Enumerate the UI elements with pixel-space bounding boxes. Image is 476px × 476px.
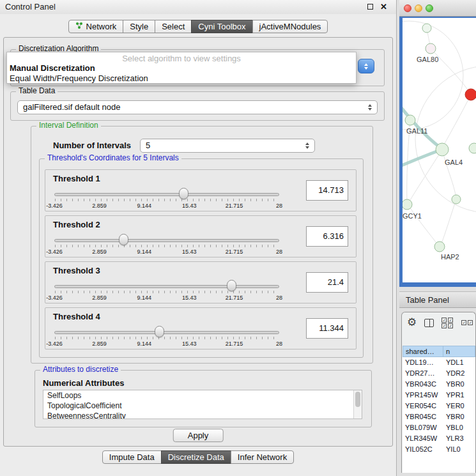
threshold-slider[interactable]: -3.4262.8599.14415.4321.71528 xyxy=(54,187,279,211)
slider-thumb[interactable] xyxy=(227,280,236,291)
list-scrollbar-thumb[interactable] xyxy=(355,392,360,407)
slider-tick-label: 21.715 xyxy=(226,203,243,209)
table-row[interactable]: YBL079WYBL0 xyxy=(403,422,475,433)
slider-tick-label: 9.144 xyxy=(137,341,152,347)
tab-discretize-data[interactable]: Discretize Data xyxy=(161,450,231,464)
tab-label: Select xyxy=(162,22,185,31)
table-column-header[interactable]: shared… xyxy=(403,346,443,357)
tab-label: Impute Data xyxy=(109,452,155,462)
network-node[interactable] xyxy=(469,143,476,153)
tab-jactivemnodules[interactable]: jActiveMNodules xyxy=(252,20,328,33)
threshold-value-field[interactable]: 11.344 xyxy=(306,318,348,339)
network-canvas[interactable]: GAL80GAL11GAL4GCY1HAP2 xyxy=(403,18,476,282)
network-node-gal4[interactable] xyxy=(436,143,449,156)
network-graph[interactable]: GAL80GAL11GAL4GCY1HAP2 xyxy=(403,18,476,282)
table-row[interactable]: YDL19…YDL1 xyxy=(403,357,475,368)
attribute-list-item[interactable]: BetweennessCentrality xyxy=(43,411,362,419)
node-label: GAL11 xyxy=(406,127,427,135)
table-data-combobox[interactable]: galFiltered.sif default node xyxy=(17,100,378,114)
algorithm-option-manual-discretization[interactable]: Manual Discretization xyxy=(7,63,356,73)
close-traffic-light-icon[interactable] xyxy=(404,4,411,12)
slider-thumb[interactable] xyxy=(119,234,128,245)
algorithm-dropdown-popup: Select algorithm to view settings Manual… xyxy=(6,52,357,84)
table-data-selected: galFiltered.sif default node xyxy=(23,102,120,112)
threshold-value-field[interactable]: 21.4 xyxy=(306,272,348,293)
close-window-icon[interactable]: ✕ xyxy=(380,3,387,10)
slider-track[interactable] xyxy=(54,239,279,242)
table-cell: YDL1 xyxy=(443,357,475,368)
table-column-header[interactable]: n xyxy=(443,346,475,357)
slider-tick-label: -3.426 xyxy=(46,341,63,347)
threshold-slider[interactable]: -3.4262.8599.14415.4321.71528 xyxy=(54,325,279,349)
numerical-attributes-list[interactable]: SelfLoopsTopologicalCoefficientBetweenne… xyxy=(43,390,362,419)
threshold-value-field[interactable]: 14.713 xyxy=(306,180,348,201)
tab-infer-network[interactable]: Infer Network xyxy=(231,450,294,464)
columns-icon[interactable] xyxy=(424,319,434,327)
slider-track[interactable] xyxy=(54,331,279,334)
thresholds-group: Threshold's Coordinates for 5 Intervals … xyxy=(39,158,364,358)
table-row[interactable]: YER054CYER0 xyxy=(403,401,475,411)
network-node-gal11[interactable] xyxy=(405,115,415,125)
zoom-traffic-light-icon[interactable] xyxy=(426,4,433,12)
checkbox-grid-icon[interactable]: ✓✓ xyxy=(461,320,473,325)
slider-track[interactable] xyxy=(54,193,279,196)
top-tab-bar: NetworkStyleSelectCyni ToolboxjActiveMNo… xyxy=(0,20,396,33)
number-of-intervals-combobox[interactable]: 5 xyxy=(140,139,315,153)
network-node[interactable] xyxy=(465,89,476,100)
table-panel-title: Table Panel xyxy=(406,295,449,305)
node-label: GAL80 xyxy=(417,56,438,63)
slider-thumb[interactable] xyxy=(155,326,164,337)
slider-tick-label: 2.859 xyxy=(92,203,107,209)
slider-track[interactable] xyxy=(54,285,279,288)
apply-button[interactable]: Apply xyxy=(173,429,224,442)
tab-label: Infer Network xyxy=(238,452,287,462)
minimize-traffic-light-icon[interactable] xyxy=(415,4,422,12)
network-node-gcy1[interactable] xyxy=(403,199,412,210)
algorithm-option-equal-width-frequency-discretization[interactable]: Equal Width/Frequency Discretization xyxy=(7,73,356,84)
table-row[interactable]: YIL052CYIL0 xyxy=(403,444,475,455)
algorithm-combobox-stepper[interactable] xyxy=(358,59,374,73)
tab-style[interactable]: Style xyxy=(123,20,155,33)
attribute-list-item[interactable]: TopologicalCoefficient xyxy=(43,401,362,411)
table-cell: YDR27… xyxy=(403,368,443,379)
attribute-list-item[interactable]: SelfLoops xyxy=(43,390,362,401)
float-window-icon[interactable] xyxy=(367,4,373,10)
checkbox-grid-icon[interactable]: ✓✓✓✓ xyxy=(441,318,454,328)
table-row[interactable]: YLR345WYLR3 xyxy=(403,433,475,444)
network-node-hap2[interactable] xyxy=(434,242,445,252)
network-node-gal80[interactable] xyxy=(426,43,436,54)
threshold-label: Threshold 3 xyxy=(53,266,100,275)
table-row[interactable]: YBR045CYBR0 xyxy=(403,411,475,422)
interval-definition-title: Interval Definition xyxy=(36,121,101,130)
table-cell: YBR0 xyxy=(443,411,475,422)
slider-tick-label: 15.43 xyxy=(182,249,197,255)
attributes-group-title: Attributes to discretize xyxy=(40,365,121,374)
slider-thumb[interactable] xyxy=(179,188,188,199)
tab-impute-data[interactable]: Impute Data xyxy=(102,450,162,464)
table-cell: YDL19… xyxy=(403,357,443,368)
threshold-slider[interactable]: -3.4262.8599.14415.4321.71528 xyxy=(54,233,279,257)
slider-tick-label: 28 xyxy=(276,249,282,255)
table-header-row: shared…n xyxy=(403,346,475,357)
node-label: GAL4 xyxy=(445,158,463,166)
table-cell: YIL0 xyxy=(443,444,475,455)
table-row[interactable]: YDR27…YDR2 xyxy=(403,368,475,379)
threshold-value-field[interactable]: 6.316 xyxy=(306,226,348,247)
threshold-block-2: Threshold 2-3.4262.8599.14415.4321.71528… xyxy=(45,215,357,257)
tab-network[interactable]: Network xyxy=(68,20,124,33)
threshold-label: Threshold 4 xyxy=(53,312,100,321)
gear-icon[interactable]: ⚙ xyxy=(407,316,417,329)
tab-cyni-toolbox[interactable]: Cyni Toolbox xyxy=(191,20,252,33)
table-cell: YDR2 xyxy=(443,368,475,379)
table-row[interactable]: YBR043CYBR0 xyxy=(403,379,475,390)
network-icon xyxy=(75,22,83,31)
network-node[interactable] xyxy=(422,24,431,33)
slider-tick-label: 28 xyxy=(276,203,282,209)
network-node[interactable] xyxy=(452,195,461,204)
threshold-slider[interactable]: -3.4262.8599.14415.4321.71528 xyxy=(54,279,279,303)
table-row[interactable]: YPR145WYPR1 xyxy=(403,390,475,401)
network-window-frame: GAL80GAL11GAL4GCY1HAP2 xyxy=(399,17,476,287)
list-scrollbar[interactable] xyxy=(353,390,362,418)
tab-select[interactable]: Select xyxy=(155,20,192,33)
table-cell: YLR345W xyxy=(403,433,443,444)
